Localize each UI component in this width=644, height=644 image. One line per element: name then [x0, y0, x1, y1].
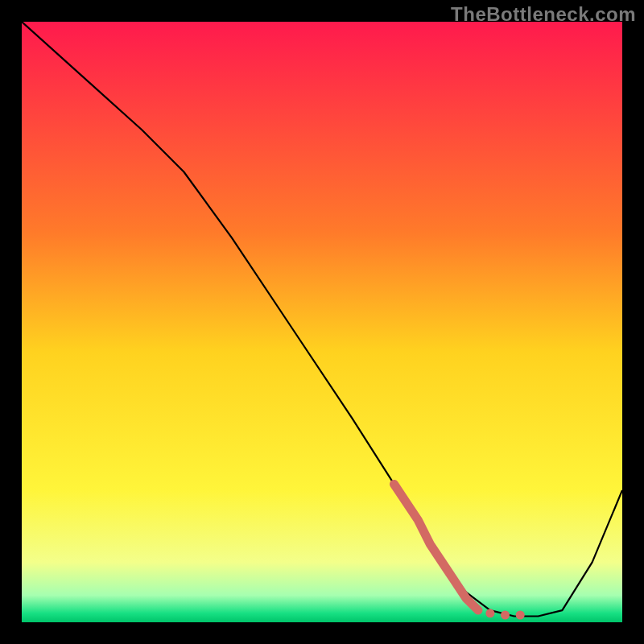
highlight-segment	[394, 484, 479, 610]
highlight-dot	[485, 609, 494, 617]
bottleneck-curve	[22, 22, 622, 617]
series-overlay	[22, 22, 622, 622]
highlight-dots	[485, 609, 524, 619]
highlight-dot	[501, 611, 510, 620]
chart-container: TheBottleneck.com	[0, 0, 644, 644]
watermark: TheBottleneck.com	[451, 3, 636, 26]
highlight-dot	[516, 611, 525, 620]
plot-area	[22, 22, 622, 622]
